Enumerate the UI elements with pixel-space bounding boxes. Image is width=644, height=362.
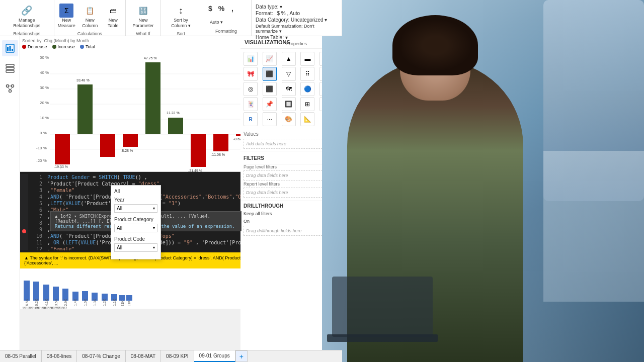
product-category-select[interactable]: All▾	[114, 224, 157, 232]
new-table-label: NewTable	[108, 18, 119, 29]
svg-text:20 %: 20 %	[40, 101, 49, 105]
sort-group-label: Sort	[177, 30, 185, 36]
svg-rect-32	[100, 134, 115, 157]
svg-text:0 %: 0 %	[40, 131, 47, 135]
tab-pct-change[interactable]: 08-07-% Change	[77, 350, 126, 362]
sort-by-column-label: Sort byColumn ▾	[171, 18, 191, 29]
viz-treemap-icon[interactable]: ⬛	[263, 82, 277, 96]
svg-rect-41	[213, 134, 228, 151]
filter-all-label: All	[114, 189, 157, 194]
add-tab-button[interactable]: +	[235, 350, 248, 362]
format-options: $ % , Auto	[277, 11, 300, 16]
new-measure-label: NewMeasure	[58, 18, 75, 29]
tab-groups[interactable]: 09-01 Groups	[194, 350, 235, 362]
default-summarization-button[interactable]: Default Summarization: Don't summarize ▾	[256, 24, 338, 34]
viz-funnel-icon[interactable]: ▽	[282, 67, 296, 81]
product-category-label: Product Category	[114, 217, 157, 222]
svg-point-7	[6, 85, 9, 87]
home-table-button[interactable]: Home Table: ▾	[256, 35, 338, 40]
format-percent-button[interactable]: %	[216, 4, 226, 14]
viz-waterfall-icon[interactable]: ⬛	[263, 67, 277, 81]
format-label: Format:	[256, 11, 273, 16]
relationships-group-label: Relationships	[13, 30, 40, 36]
product-code-select[interactable]: All▾	[114, 243, 157, 252]
format-auto-button[interactable]: Auto ▾	[205, 19, 227, 26]
new-table-button[interactable]: 🗃 NewTable	[102, 2, 124, 30]
svg-text:47.75 %: 47.75 %	[144, 56, 157, 60]
ribbon-group-sort: ↕ Sort byColumn ▾ Sort	[161, 0, 201, 36]
new-parameter-label: NewParameter	[132, 18, 153, 29]
ribbon-group-calculations: Σ NewMeasure 📋 NewColumn 🗃 NewTable Calc…	[54, 0, 126, 36]
viz-format-icon[interactable]: 🎨	[282, 112, 296, 126]
new-column-label: NewColumn	[82, 18, 98, 29]
svg-rect-39	[191, 134, 206, 167]
product-category-filter-section: Product Category All▾	[114, 217, 157, 232]
svg-point-8	[11, 85, 14, 87]
viz-stacked-bar-icon[interactable]: ▬	[300, 52, 314, 66]
svg-text:-20 %: -20 %	[36, 158, 47, 163]
viz-area-icon[interactable]: ▲	[282, 52, 296, 66]
viz-r-icon[interactable]: R	[244, 112, 258, 126]
format-comma-button[interactable]: ,	[227, 4, 237, 14]
new-parameter-button[interactable]: 🔢 NewParameter	[130, 2, 156, 30]
ribbon-group-whatif: 🔢 NewParameter What If	[126, 0, 161, 36]
sidebar-model-icon[interactable]	[2, 80, 18, 97]
svg-text:11.22 %: 11.22 %	[167, 111, 180, 115]
viz-kpi-icon[interactable]: 📌	[263, 97, 277, 111]
svg-rect-2	[9, 46, 11, 51]
new-measure-button[interactable]: Σ NewMeasure	[55, 2, 78, 30]
svg-rect-27	[55, 134, 70, 164]
calculations-group-label: Calculations	[77, 30, 102, 36]
viz-more-icon[interactable]: ···	[263, 112, 277, 126]
svg-line-11	[8, 87, 10, 90]
ribbon-group-relationships: 🔗 Manage Relationships Relationships	[0, 0, 54, 36]
viz-map-icon[interactable]: 🗺	[282, 82, 296, 96]
viz-scatter-icon[interactable]: ⠿	[300, 67, 314, 81]
manage-relationships-label: Manage Relationships	[7, 18, 47, 29]
data-type-button[interactable]: Data type: ▾	[256, 4, 338, 10]
properties-group-label: Properties	[286, 40, 307, 46]
viz-bar-icon[interactable]: 📊	[244, 52, 258, 66]
product-code-label: Product Code	[114, 236, 157, 242]
sidebar-data-icon[interactable]	[2, 60, 18, 76]
new-column-button[interactable]: 📋 NewColumn	[79, 2, 101, 30]
svg-rect-37	[168, 118, 183, 134]
svg-text:50 %: 50 %	[40, 55, 49, 60]
svg-text:10 %: 10 %	[40, 116, 49, 120]
viz-filled-map-icon[interactable]: 🔵	[300, 82, 314, 96]
ribbon-group-formatting: $ % , Auto ▾ Formatting	[201, 0, 252, 36]
svg-text:40 %: 40 %	[40, 70, 49, 75]
data-category-button[interactable]: Data Category: Uncategorized ▾	[256, 17, 338, 23]
viz-slicer-icon[interactable]: 🔲	[282, 97, 296, 111]
tab-kpi[interactable]: 08-09 KPI	[161, 350, 194, 362]
sort-by-column-button[interactable]: ↕ Sort byColumn ▾	[169, 2, 193, 30]
viz-ribbon-icon[interactable]: 🎀	[244, 67, 258, 81]
ribbon: 🔗 Manage Relationships Relationships Σ N…	[0, 0, 342, 36]
sidebar-report-icon[interactable]	[2, 40, 18, 56]
whatif-group-label: What If	[136, 30, 150, 36]
format-dollar-button[interactable]: $	[205, 4, 215, 14]
tab-parallel[interactable]: 08-05 Parallel	[0, 350, 42, 362]
ribbon-group-properties: Data type: ▾ Format: $ % , Auto Data Cat…	[252, 0, 342, 36]
year-select[interactable]: All▾	[114, 204, 157, 213]
svg-point-9	[9, 90, 11, 93]
manage-relationships-button[interactable]: 🔗 Manage Relationships	[4, 2, 50, 30]
filter-dropdown: All Year All▾ Product Category All▾ Prod…	[111, 185, 161, 259]
svg-rect-4	[6, 64, 14, 66]
svg-rect-33	[123, 134, 138, 147]
bottom-tabs-bar: 08-05 Parallel 08-06-lines 08-07-% Chang…	[0, 350, 342, 362]
svg-text:-8.28 %: -8.28 %	[121, 149, 133, 152]
left-sidebar	[0, 36, 20, 350]
viz-donut-icon[interactable]: ◎	[244, 82, 258, 96]
svg-text:-19.53 %: -19.53 %	[54, 165, 68, 168]
formatting-group-label: Formatting	[215, 28, 237, 34]
viz-analytics-icon[interactable]: 📐	[300, 112, 314, 126]
filters-title: FILTERS	[244, 155, 264, 161]
svg-text:33.48 %: 33.48 %	[76, 78, 90, 82]
viz-line-icon[interactable]: 📈	[263, 52, 277, 66]
viz-table-icon[interactable]: ⊞	[300, 97, 314, 111]
tab-mat[interactable]: 08-08-MAT	[126, 350, 161, 362]
viz-card-icon[interactable]: 🃏	[244, 97, 258, 111]
product-code-filter-section: Product Code All▾	[114, 236, 157, 252]
tab-lines[interactable]: 08-06-lines	[42, 350, 77, 362]
